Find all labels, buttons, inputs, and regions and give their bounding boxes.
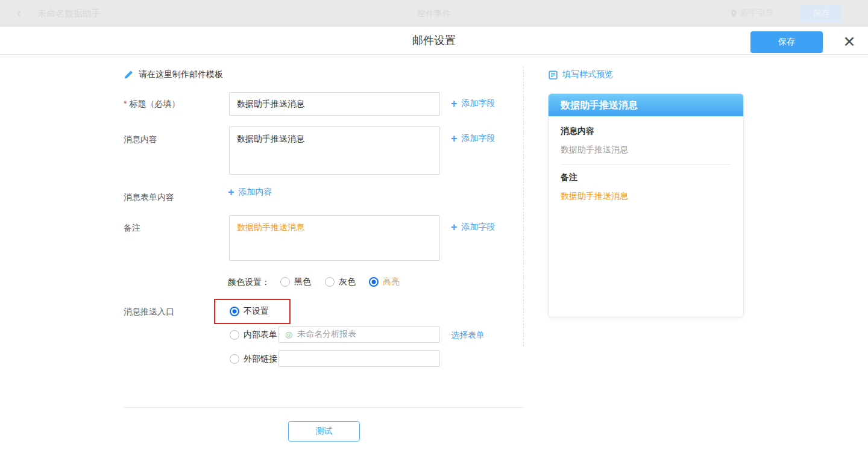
preview-panel-title: 填写样式预览 [549,69,613,80]
radio-label: 外部链接 [244,354,277,364]
push-entry-label: 消息推送入口 [124,307,174,317]
plus-icon: + [451,99,458,108]
guide-label: 新手引导 [740,8,774,19]
form-intro-text: 请在这里制作邮件模板 [139,69,223,80]
preview-card-body: 消息内容 数据助手推送消息 备注 数据助手推送消息 [549,116,743,202]
topbar-tab-control-events[interactable]: 控件事件 [417,8,451,19]
radio-checked-icon [230,307,239,316]
plus-icon: + [451,223,458,231]
radio-color-black[interactable]: 黑色 [280,276,311,287]
external-link-input[interactable] [278,350,440,367]
radio-checked-icon [369,277,379,287]
radio-label: 高亮 [383,276,400,287]
remark-textarea[interactable]: 数据助手推送消息 [229,215,440,261]
topbar-save-button[interactable]: 保存 [800,4,842,23]
form-intro: 请在这里制作邮件模板 [124,69,223,80]
modal-header: 邮件设置 [0,27,868,55]
content-textarea[interactable]: 数据助手推送消息 [229,126,440,175]
preview-section-label: 备注 [561,172,731,183]
radio-color-highlight[interactable]: 高亮 [369,276,400,287]
radio-icon [230,330,239,340]
required-asterisk: * [124,99,127,108]
radio-label: 灰色 [339,276,356,287]
dimmed-topbar: ‹ 未命名数据助手 控件事件 新手引导 保存 [0,0,868,27]
radio-push-none[interactable]: 不设置 [230,306,269,317]
close-icon[interactable]: ✕ [840,33,858,51]
plus-icon: + [228,188,234,196]
document-icon [549,70,558,80]
title-field-label: *标题（必填） [124,99,180,110]
preview-section-label: 消息内容 [561,126,731,137]
save-button[interactable]: 保存 [750,31,823,53]
add-field-link-remark[interactable]: + 添加字段 [451,222,495,233]
preview-section-value: 数据助手推送消息 [561,191,731,202]
remark-field-label: 备注 [124,223,140,234]
internal-form-input[interactable]: ◎ 未命名分析报表 [278,326,440,343]
radio-icon [325,277,335,287]
preview-section-value: 数据助手推送消息 [561,145,731,155]
radio-label: 黑色 [294,276,311,287]
preview-card: 数据助手推送消息 消息内容 数据助手推送消息 备注 数据助手推送消息 [548,93,744,317]
back-chevron-icon[interactable]: ‹ [17,6,21,20]
plus-icon: + [451,134,458,143]
preview-divider [561,164,731,164]
form-target-icon: ◎ [285,330,292,339]
radio-icon [230,354,239,364]
email-settings-modal-page: ‹ 未命名数据助手 控件事件 新手引导 保存 邮件设置 保存 ✕ 请在这里制作邮… [0,0,868,456]
radio-icon [280,277,290,287]
internal-form-value: 未命名分析报表 [297,329,356,340]
title-label-text: 标题（必填） [129,99,180,108]
radio-push-external-link[interactable]: 外部链接 [230,354,277,364]
pin-icon [731,9,737,18]
title-input[interactable] [229,92,440,116]
test-button[interactable]: 测试 [288,421,360,442]
add-content-link[interactable]: + 添加内容 [228,187,272,198]
add-field-label: 添加字段 [462,98,495,109]
add-content-label: 添加内容 [239,187,272,198]
choose-form-link[interactable]: 选择表单 [451,330,485,341]
modal-title: 邮件设置 [412,27,456,55]
add-field-label: 添加字段 [462,133,495,144]
guide-link[interactable]: 新手引导 [731,8,774,19]
radio-color-gray[interactable]: 灰色 [325,276,356,287]
color-setting-label: 颜色设置： [228,277,270,288]
preview-panel-title-text: 填写样式预览 [562,69,613,80]
preview-card-title: 数据助手推送消息 [549,94,743,116]
radio-label: 内部表单 [244,330,277,340]
radio-label: 不设置 [244,306,269,317]
add-field-link-title[interactable]: + 添加字段 [451,98,495,109]
form-bottom-divider [124,407,523,408]
add-field-link-content[interactable]: + 添加字段 [451,133,495,144]
form-content-field-label: 消息表单内容 [124,192,174,203]
radio-push-internal-form[interactable]: 内部表单 [230,330,277,340]
add-field-label: 添加字段 [462,222,495,233]
app-title: 未命名数据助手 [37,8,101,19]
pencil-icon [124,70,133,80]
vertical-dashed-divider [523,66,524,346]
content-field-label: 消息内容 [124,134,157,145]
